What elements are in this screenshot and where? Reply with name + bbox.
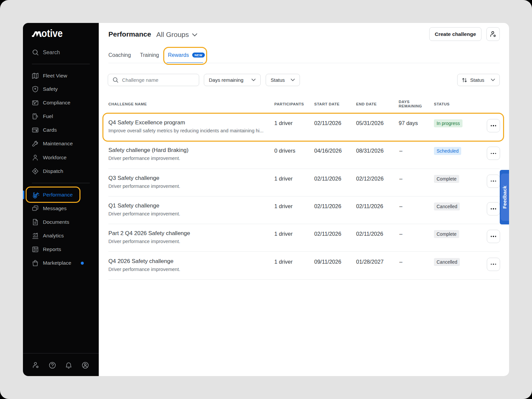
svg-text:otive: otive	[42, 29, 63, 39]
